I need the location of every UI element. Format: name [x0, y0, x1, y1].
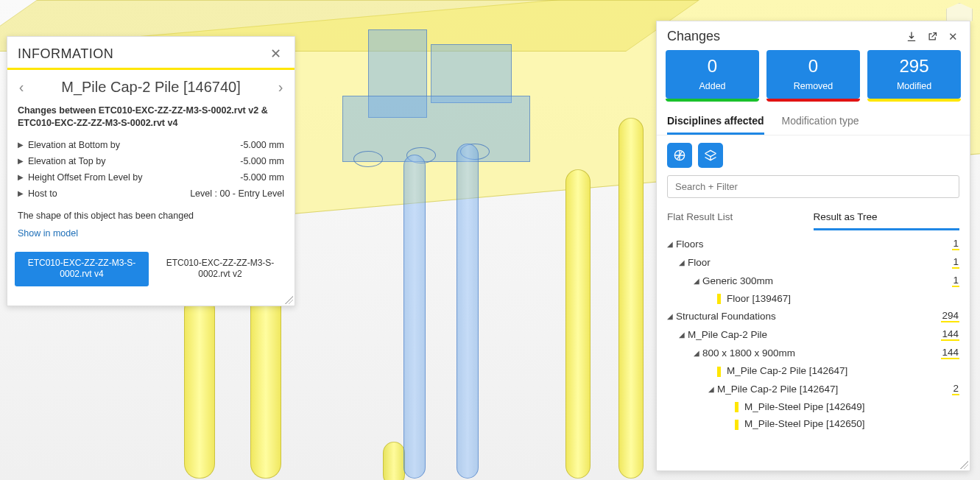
- tab-modification-type[interactable]: Modification type: [782, 115, 859, 135]
- tree-twist-icon[interactable]: ◢: [679, 331, 688, 339]
- property-value: -5.000 mm: [240, 140, 284, 150]
- file-version-v4-button[interactable]: ETC010-EXC-ZZ-ZZ-M3-S-0002.rvt v4: [15, 252, 149, 286]
- expand-caret-icon: ▶: [18, 141, 25, 149]
- tree-label: M_Pile Cap-2 Pile [142647]: [717, 365, 959, 376]
- tree-count: 2: [952, 383, 959, 395]
- tree-twist-icon[interactable]: ◢: [679, 258, 688, 267]
- stat-modified[interactable]: 295 Modified: [867, 50, 961, 99]
- close-icon[interactable]: ✕: [267, 44, 284, 63]
- next-item-button[interactable]: ›: [271, 79, 290, 96]
- tree-row[interactable]: Floor [139467]: [667, 290, 959, 307]
- stat-label: Added: [699, 81, 725, 91]
- property-label: Host to: [28, 188, 190, 199]
- tree-row[interactable]: ◢Floor1: [667, 253, 959, 272]
- selected-pile[interactable]: [403, 155, 426, 479]
- tree-count: 1: [952, 275, 959, 287]
- tree-label: 800 x 1800 x 900mm: [702, 347, 941, 359]
- tab-flat-result-list[interactable]: Flat Result List: [667, 205, 814, 230]
- pile: [383, 442, 405, 480]
- modified-indicator: [735, 402, 738, 412]
- tree-row[interactable]: M_Pile-Steel Pipe [142650]: [667, 415, 959, 432]
- property-value: Level : 00 - Entry Level: [190, 188, 284, 199]
- open-external-icon[interactable]: [926, 30, 939, 43]
- file-version-v2-button[interactable]: ETC010-EXC-ZZ-ZZ-M3-S-0002.rvt v2: [153, 252, 287, 286]
- tree-count: 1: [952, 238, 959, 250]
- discipline-architecture-icon[interactable]: [667, 143, 692, 168]
- result-tree[interactable]: ◢Floors1◢Floor1◢Generic 300mm1Floor [139…: [657, 230, 970, 457]
- show-in-model-link[interactable]: Show in model: [18, 228, 78, 239]
- information-panel: INFORMATION ✕ ‹ M_Pile Cap-2 Pile [14674…: [7, 36, 295, 306]
- stat-count: 0: [808, 56, 818, 77]
- discipline-structure-icon[interactable]: [698, 143, 723, 168]
- tree-row[interactable]: ◢Floors1: [667, 235, 959, 253]
- tree-row[interactable]: ◢M_Pile Cap-2 Pile144: [667, 325, 959, 344]
- tree-row[interactable]: ◢Generic 300mm1: [667, 272, 959, 290]
- property-row[interactable]: ▶Host toLevel : 00 - Entry Level: [18, 186, 284, 202]
- tree-label: Structural Foundations: [676, 311, 941, 322]
- expand-caret-icon: ▶: [18, 157, 25, 165]
- close-icon[interactable]: ✕: [946, 30, 959, 43]
- tab-disciplines-affected[interactable]: Disciplines affected: [667, 115, 764, 135]
- property-row[interactable]: ▶Height Offset From Level by-5.000 mm: [18, 169, 284, 186]
- tree-label: Floor: [688, 257, 952, 268]
- changes-description: Changes between ETC010-EXC-ZZ-ZZ-M3-S-00…: [18, 105, 284, 130]
- property-label: Elevation at Top by: [28, 156, 240, 166]
- modified-indicator: [735, 420, 738, 430]
- pile: [250, 287, 281, 479]
- tab-result-as-tree[interactable]: Result as Tree: [814, 205, 960, 230]
- property-label: Height Offset From Level by: [28, 172, 240, 183]
- selected-pile-cap[interactable]: [431, 44, 512, 103]
- tree-twist-icon[interactable]: ◢: [708, 385, 717, 393]
- tree-twist-icon[interactable]: ◢: [694, 277, 702, 285]
- expand-caret-icon: ▶: [18, 173, 25, 181]
- tree-row[interactable]: ◢800 x 1800 x 900mm144: [667, 344, 959, 362]
- stat-label: Modified: [897, 81, 931, 91]
- pile: [618, 118, 644, 479]
- tree-twist-icon[interactable]: ◢: [667, 240, 676, 248]
- panel-title: INFORMATION: [18, 46, 113, 62]
- selected-pile[interactable]: [456, 144, 479, 479]
- tree-label: Generic 300mm: [702, 275, 952, 286]
- tree-twist-icon[interactable]: ◢: [667, 312, 676, 320]
- prev-item-button[interactable]: ‹: [12, 79, 31, 96]
- panel-title: Changes: [667, 29, 720, 44]
- tree-label: M_Pile-Steel Pipe [142650]: [735, 418, 959, 429]
- search-input[interactable]: [667, 175, 959, 198]
- stat-count: 0: [708, 56, 717, 77]
- tree-count: 144: [941, 347, 959, 359]
- tree-twist-icon[interactable]: ◢: [694, 349, 702, 357]
- stat-count: 295: [899, 56, 928, 77]
- tree-label: M_Pile Cap-2 Pile [142647]: [717, 384, 952, 395]
- property-label: Elevation at Bottom by: [28, 140, 240, 150]
- tree-count: 1: [952, 256, 959, 269]
- pile-hole: [353, 151, 383, 167]
- property-row[interactable]: ▶Elevation at Bottom by-5.000 mm: [18, 137, 284, 153]
- resize-handle[interactable]: [283, 294, 293, 304]
- tree-label: M_Pile Cap-2 Pile: [688, 329, 941, 340]
- shape-changed-note: The shape of this object has been change…: [18, 211, 284, 221]
- item-name: M_Pile Cap-2 Pile [146740]: [31, 79, 271, 96]
- tree-row[interactable]: ◢M_Pile Cap-2 Pile [142647]2: [667, 380, 959, 398]
- expand-caret-icon: ▶: [18, 189, 25, 197]
- tree-label: M_Pile-Steel Pipe [142649]: [735, 401, 959, 412]
- download-icon[interactable]: [905, 30, 918, 43]
- property-value: -5.000 mm: [240, 156, 284, 166]
- modified-indicator: [717, 367, 721, 377]
- property-value: -5.000 mm: [240, 172, 284, 183]
- tree-label: Floor [139467]: [717, 293, 959, 304]
- tree-count: 294: [941, 310, 959, 322]
- stat-removed[interactable]: 0 Removed: [766, 50, 860, 99]
- property-row[interactable]: ▶Elevation at Top by-5.000 mm: [18, 153, 284, 169]
- tree-row[interactable]: M_Pile Cap-2 Pile [142647]: [667, 362, 959, 379]
- tree-row[interactable]: ◢Structural Foundations294: [667, 307, 959, 325]
- stat-label: Removed: [794, 81, 833, 91]
- modified-indicator: [717, 294, 721, 304]
- pile: [565, 169, 591, 479]
- tree-count: 144: [941, 328, 959, 341]
- resize-handle[interactable]: [958, 459, 968, 469]
- tree-row[interactable]: M_Pile-Steel Pipe [142649]: [667, 398, 959, 415]
- tree-label: Floors: [676, 239, 952, 250]
- stat-added[interactable]: 0 Added: [666, 50, 759, 99]
- changes-panel: Changes ✕ 0 Added 0 Removed 295 Modified…: [656, 21, 970, 471]
- pile: [184, 294, 215, 479]
